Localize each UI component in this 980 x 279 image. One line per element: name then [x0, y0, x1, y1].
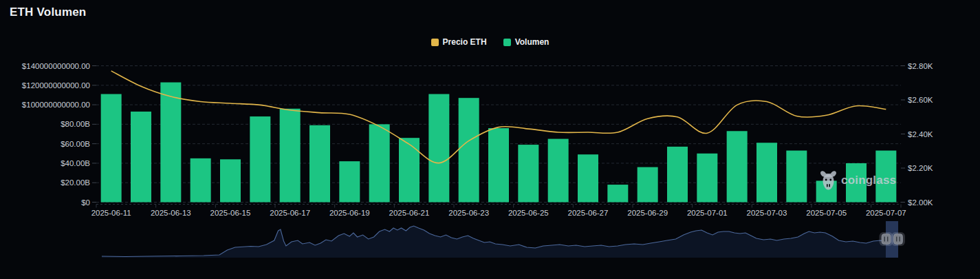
volume-bar[interactable]: [638, 167, 658, 203]
y-axis-label-left: $120000000000.00: [22, 81, 90, 90]
volume-bar[interactable]: [846, 163, 867, 203]
x-axis-label: 2025-07-03: [747, 209, 787, 217]
x-axis-label: 2025-07-01: [687, 209, 728, 217]
y-axis-label-left: $100000000000.00: [22, 101, 90, 109]
volume-bar[interactable]: [488, 128, 509, 202]
y-axis-label-left: $20.00B: [61, 178, 90, 187]
volume-bar[interactable]: [697, 154, 717, 203]
volume-bar[interactable]: [428, 94, 449, 203]
y-axis-label-left: $60.00B: [61, 140, 90, 148]
volume-bar[interactable]: [459, 98, 479, 202]
x-axis-label: 2025-06-13: [151, 209, 191, 217]
volume-bar[interactable]: [369, 124, 390, 202]
volume-bar[interactable]: [607, 185, 628, 202]
x-axis-label: 2025-06-19: [329, 209, 370, 217]
volume-bar[interactable]: [816, 180, 837, 202]
volume-bar[interactable]: [578, 154, 598, 202]
volume-bar[interactable]: [220, 159, 241, 202]
y-axis-label-right: $2.80K: [908, 62, 933, 70]
navigator-area[interactable]: [102, 226, 886, 258]
x-axis-label: 2025-06-27: [568, 209, 609, 217]
volume-bar[interactable]: [131, 112, 151, 203]
volume-bar[interactable]: [280, 109, 301, 203]
y-axis-label-left: $80.00B: [61, 120, 90, 128]
eth-volume-chart-panel: ETH Volumen Precio ETH Volumen $14000000…: [0, 0, 980, 279]
volume-bar[interactable]: [875, 151, 896, 203]
volume-bar[interactable]: [518, 145, 538, 202]
y-axis-label-right: $2.40K: [908, 130, 933, 138]
volume-bar[interactable]: [667, 147, 688, 203]
navigator-right-handle[interactable]: [894, 234, 903, 245]
x-axis-label: 2025-06-17: [270, 209, 310, 217]
volume-bar[interactable]: [309, 125, 330, 203]
y-axis-label-left: $0: [81, 198, 90, 207]
y-axis-label-right: $2.20K: [908, 164, 933, 172]
x-axis-label: 2025-06-25: [508, 209, 549, 217]
x-axis-label: 2025-06-15: [210, 209, 251, 217]
volume-bar[interactable]: [101, 94, 122, 203]
volume-bar[interactable]: [786, 151, 807, 203]
y-axis-label-left: $40.00B: [61, 159, 90, 167]
navigator-left-handle[interactable]: [882, 234, 891, 245]
x-axis-label: 2025-06-11: [91, 209, 131, 217]
main-chart: $140000000000.00$120000000000.00$1000000…: [0, 0, 980, 279]
x-axis-label: 2025-06-29: [627, 209, 668, 217]
x-axis-label: 2025-06-23: [448, 209, 489, 217]
y-axis-label-left: $140000000000.00: [22, 62, 90, 70]
volume-bar[interactable]: [756, 143, 777, 202]
x-axis-label: 2025-07-05: [806, 209, 847, 217]
y-axis-label-right: $2.00K: [908, 198, 933, 207]
volume-bar[interactable]: [548, 139, 569, 203]
volume-bar[interactable]: [339, 161, 360, 202]
x-axis-label: 2025-07-07: [866, 209, 906, 217]
volume-bar[interactable]: [399, 138, 420, 202]
volume-bar[interactable]: [727, 131, 748, 202]
x-axis-label: 2025-06-21: [389, 209, 430, 217]
volume-bar[interactable]: [190, 158, 211, 203]
y-axis-label-right: $2.60K: [908, 96, 933, 104]
volume-bar[interactable]: [160, 83, 181, 203]
volume-bar[interactable]: [250, 116, 270, 202]
